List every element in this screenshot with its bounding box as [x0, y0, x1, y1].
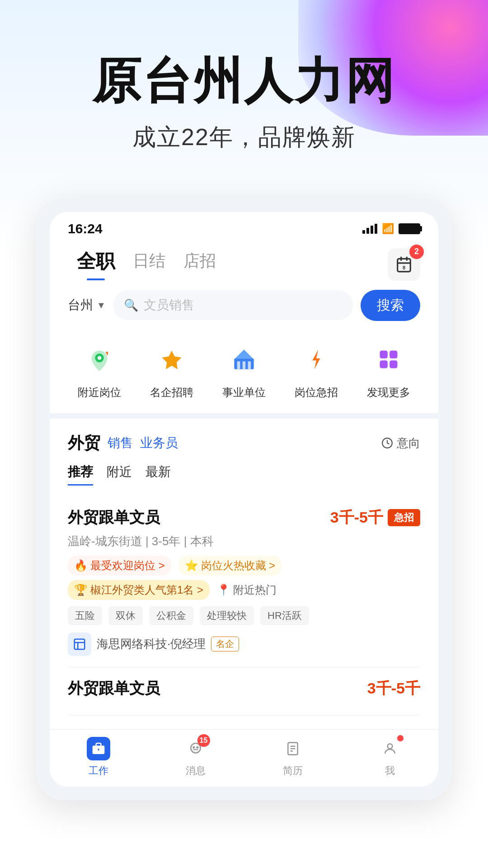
- calendar-button[interactable]: 8 2: [388, 248, 420, 281]
- job-rank-row-1: 🏆 椒江外贸类人气第1名 > 📍 附近热门: [68, 580, 420, 600]
- search-button[interactable]: 搜索: [361, 290, 420, 321]
- company-row-1: 海思网络科技·倪经理 名企: [68, 632, 420, 656]
- bottom-nav-profile[interactable]: 我: [341, 737, 438, 778]
- chevron-down-icon: ▼: [97, 300, 106, 311]
- quick-nav-urgent[interactable]: 岗位急招: [295, 339, 338, 400]
- calendar-badge: 2: [409, 245, 424, 259]
- signal-icon: [362, 224, 377, 234]
- quick-nav-more[interactable]: 发现更多: [367, 339, 410, 400]
- document-icon: [286, 741, 300, 756]
- calendar-icon: 8: [395, 256, 413, 273]
- svg-marker-8: [235, 349, 253, 359]
- wifi-icon: 📶: [382, 223, 394, 235]
- jobs-header: 外贸 销售 业务员 意向: [68, 432, 420, 454]
- location-nearby-tag-1: 📍 附近热门: [217, 583, 277, 597]
- resume-icon: [281, 737, 305, 760]
- urgent-icon: [296, 339, 337, 380]
- benefit-0: 五险: [68, 606, 102, 625]
- location-selector[interactable]: 台州 ▼: [68, 297, 106, 314]
- more-icon: [368, 339, 409, 380]
- svg-rect-10: [243, 361, 246, 369]
- svg-point-6: [98, 356, 102, 360]
- urgent-label: 岗位急招: [295, 385, 338, 400]
- bottom-nav-resume[interactable]: 简历: [244, 737, 341, 778]
- job-tags-row-1: 🔥 最受欢迎岗位 > ⭐ 岗位火热收藏 >: [68, 556, 420, 576]
- filter-latest[interactable]: 最新: [145, 463, 171, 486]
- benefit-2: 公积金: [149, 606, 193, 625]
- section-divider: [50, 413, 438, 419]
- messages-badge: 15: [197, 734, 210, 747]
- filter-recommended[interactable]: 推荐: [68, 463, 93, 486]
- job-meta-1: 温岭-城东街道 | 3-5年 | 本科: [68, 533, 420, 549]
- company-logo-icon: [73, 637, 86, 651]
- battery-icon: [399, 223, 420, 234]
- job-salary-2: 3千-5千: [367, 678, 420, 699]
- benefit-4: HR活跃: [260, 606, 309, 625]
- filter-nearby[interactable]: 附近: [107, 463, 132, 486]
- search-icon: 🔍: [124, 298, 138, 312]
- tab-store[interactable]: 店招: [174, 250, 225, 278]
- tab-fulltime[interactable]: 全职: [68, 249, 124, 280]
- resume-nav-label: 简历: [283, 764, 303, 778]
- benefits-row-1: 五险 双休 公积金 处理较快 HR活跃: [68, 606, 420, 625]
- job-salary-1: 3千-5千 急招: [330, 507, 420, 528]
- public-label: 事业单位: [222, 385, 266, 400]
- nearby-label: 附近岗位: [78, 385, 121, 400]
- job-title-2: 外贸跟单文员: [68, 678, 160, 699]
- svg-rect-16: [389, 360, 397, 368]
- bottom-nav-messages[interactable]: 15 消息: [147, 737, 244, 778]
- tab-daily[interactable]: 日结: [124, 250, 174, 278]
- pin-icon: 📍: [217, 584, 230, 596]
- profile-dot: [397, 735, 404, 741]
- status-bar: 16:24 📶: [50, 212, 438, 241]
- svg-rect-9: [237, 361, 240, 369]
- profile-icon: [378, 737, 402, 760]
- svg-marker-12: [312, 349, 320, 369]
- nearby-icon: [79, 339, 120, 380]
- intention-button[interactable]: 意向: [381, 435, 420, 451]
- messages-nav-label: 消息: [186, 764, 206, 778]
- jobs-tag-sales[interactable]: 销售: [108, 434, 133, 452]
- enterprise-icon: [151, 339, 192, 380]
- quick-nav-nearby[interactable]: 附近岗位: [78, 339, 121, 400]
- jobs-section: 外贸 销售 业务员 意向 推荐 附近 最新: [50, 419, 438, 729]
- phone-mockup: 16:24 📶 全职 日结 店招: [36, 198, 452, 800]
- bottom-nav-work[interactable]: 工作: [50, 737, 147, 778]
- star-icon: ⭐: [185, 559, 198, 572]
- company-logo-1: [68, 632, 91, 656]
- job-card-2[interactable]: 外贸跟单文员 3千-5千: [68, 667, 420, 716]
- public-icon: [224, 339, 264, 380]
- jobs-tag-agent[interactable]: 业务员: [140, 434, 178, 452]
- profile-nav-label: 我: [385, 764, 395, 778]
- svg-rect-15: [380, 360, 388, 368]
- job-card-top-2: 外贸跟单文员 3千-5千: [68, 678, 420, 699]
- work-icon: [87, 737, 110, 760]
- urgent-badge-1: 急招: [388, 509, 420, 526]
- search-placeholder: 文员销售: [144, 297, 194, 314]
- enterprise-label: 名企招聘: [150, 385, 193, 400]
- location-label: 台州: [68, 297, 93, 314]
- intention-label: 意向: [397, 435, 420, 451]
- quick-nav-public[interactable]: 事业单位: [222, 339, 266, 400]
- filter-tabs: 推荐 附近 最新: [68, 463, 420, 486]
- svg-rect-14: [389, 350, 397, 358]
- svg-point-25: [197, 747, 198, 748]
- more-label: 发现更多: [367, 385, 410, 400]
- search-row: 台州 ▼ 🔍 文员销售 搜索: [50, 281, 438, 330]
- status-time: 16:24: [68, 221, 103, 236]
- svg-rect-11: [248, 361, 251, 369]
- quick-nav-enterprise[interactable]: 名企招聘: [150, 339, 193, 400]
- intention-icon: [381, 437, 393, 449]
- rank-tag-1[interactable]: 🏆 椒江外贸类人气第1名 >: [68, 580, 210, 600]
- person-icon: [383, 741, 397, 756]
- svg-text:8: 8: [403, 265, 405, 270]
- job-card-1[interactable]: 外贸跟单文员 3千-5千 急招 温岭-城东街道 | 3-5年 | 本科 🔥 最受…: [68, 496, 420, 667]
- search-input-wrap[interactable]: 🔍 文员销售: [113, 290, 353, 320]
- svg-rect-18: [75, 639, 85, 650]
- work-nav-label: 工作: [89, 764, 108, 778]
- fire-icon: 🔥: [74, 559, 88, 572]
- star-tag-1[interactable]: ⭐ 岗位火热收藏 >: [178, 556, 282, 576]
- quick-nav: 附近岗位 名企招聘: [50, 330, 438, 413]
- job-card-top-1: 外贸跟单文员 3千-5千 急招: [68, 507, 420, 528]
- hot-tag-1[interactable]: 🔥 最受欢迎岗位 >: [68, 556, 171, 576]
